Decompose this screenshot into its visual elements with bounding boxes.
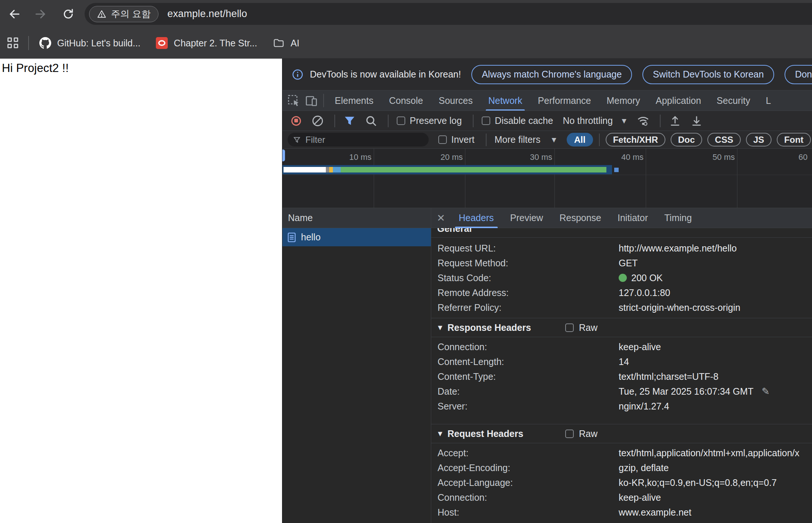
collapse-triangle-icon[interactable]: ▼ <box>436 430 444 438</box>
bookmark-chapter2[interactable]: Chapter 2. The Str... <box>156 37 257 49</box>
forward-button[interactable] <box>30 4 51 24</box>
general-row: Remote Address: 127.0.0.1:80 <box>431 285 812 300</box>
collapse-triangle-icon[interactable]: ▼ <box>436 323 444 332</box>
export-har-button[interactable] <box>690 115 703 127</box>
switch-korean-button[interactable]: Switch DevTools to Korean <box>642 65 774 84</box>
tab-performance[interactable]: Performance <box>530 91 599 111</box>
selection-handle[interactable] <box>282 149 285 161</box>
details-tabbar: ✕ Headers Preview Response Initiator Tim… <box>431 208 812 228</box>
toolbar-divider <box>660 115 661 127</box>
waterfall-bar[interactable] <box>282 165 612 174</box>
info-icon <box>292 69 303 80</box>
filter-input-funnel-icon <box>293 136 301 144</box>
import-har-button[interactable] <box>669 115 681 127</box>
tab-memory[interactable]: Memory <box>599 91 648 111</box>
gridline <box>374 149 374 208</box>
filter-divider <box>599 134 600 146</box>
filter-pill-doc[interactable]: Doc <box>671 133 702 147</box>
clear-button[interactable] <box>311 115 324 127</box>
more-filters-caret-icon[interactable]: ▼ <box>550 135 558 144</box>
details-tab-preview[interactable]: Preview <box>502 208 551 228</box>
search-icon <box>365 115 377 127</box>
match-language-button[interactable]: Always match Chrome's language <box>471 65 632 84</box>
row-label: Request URL: <box>431 243 619 254</box>
tab-security[interactable]: Security <box>709 91 758 111</box>
gridline <box>465 149 465 208</box>
row-value: GET <box>619 258 638 269</box>
more-filters-button[interactable]: More filters <box>495 134 541 145</box>
back-button[interactable] <box>4 4 24 24</box>
site-warning-badge[interactable]: 주의 요함 <box>89 6 158 22</box>
reload-button[interactable] <box>58 4 79 24</box>
request-raw-checkbox[interactable] <box>565 430 574 438</box>
row-value: nginx/1.27.4 <box>619 401 669 412</box>
waterfall-segment-request <box>333 167 341 172</box>
tab-console[interactable]: Console <box>381 91 431 111</box>
network-conditions-button[interactable] <box>637 115 649 127</box>
device-toolbar-button[interactable] <box>305 94 318 107</box>
tab-lighthouse-clipped[interactable]: L <box>758 91 779 111</box>
waterfall-segment-waiting <box>329 167 333 172</box>
web-page: Hi Project2 !! <box>0 59 282 523</box>
name-column-header[interactable]: Name <box>282 208 431 228</box>
request-headers-section-header[interactable]: ▼ Request Headers Raw <box>431 424 812 443</box>
filter-pill-fetchxhr[interactable]: Fetch/XHR <box>606 133 665 147</box>
row-value: strict-origin-when-cross-origin <box>619 302 740 313</box>
tab-application[interactable]: Application <box>648 91 709 111</box>
details-tab-initiator[interactable]: Initiator <box>609 208 656 228</box>
general-row: Request URL: http://www.example.net/hell… <box>431 241 812 256</box>
raw-label: Raw <box>579 322 597 333</box>
omnibox[interactable]: 주의 요함 example.net/hello <box>85 3 812 25</box>
response-headers-section-header[interactable]: ▼ Response Headers Raw <box>431 318 812 337</box>
bookmark-folder-ai[interactable]: AI <box>273 37 299 49</box>
filter-pill-font[interactable]: Font <box>777 133 811 147</box>
waterfall-segment-download <box>341 167 606 172</box>
close-details-button[interactable]: ✕ <box>431 212 451 224</box>
filter-pill-all[interactable]: All <box>567 133 593 147</box>
row-value: 127.0.0.1:80 <box>619 287 670 298</box>
devtools-notification: DevTools is now available in Korean! Alw… <box>282 59 812 91</box>
network-overview[interactable]: 10 ms 20 ms 30 ms 40 ms 50 ms 60 <box>282 149 812 208</box>
inspect-icon <box>287 94 300 107</box>
row-label: Content-Type: <box>431 371 619 382</box>
throttling-select[interactable]: No throttling <box>563 115 613 126</box>
filter-pill-css[interactable]: CSS <box>707 133 740 147</box>
request-row-hello[interactable]: hello <box>282 228 431 246</box>
row-value: www.example.net <box>619 507 691 518</box>
tab-network[interactable]: Network <box>481 91 530 111</box>
disable-cache-label: Disable cache <box>495 115 553 126</box>
details-tab-timing[interactable]: Timing <box>656 208 700 228</box>
filter-pill-js[interactable]: JS <box>746 133 772 147</box>
preserve-log-checkbox[interactable] <box>397 116 405 125</box>
bookmark-github[interactable]: GitHub: Let's build... <box>39 37 140 49</box>
invert-checkbox[interactable] <box>438 135 447 144</box>
response-raw-checkbox[interactable] <box>565 323 574 332</box>
throttling-caret-icon[interactable]: ▼ <box>620 116 628 125</box>
toolbar-divider <box>388 115 389 127</box>
row-value: http://www.example.net/hello <box>619 243 737 254</box>
section-title: Response Headers <box>448 322 531 333</box>
details-tab-response[interactable]: Response <box>551 208 609 228</box>
row-label: Accept-Encoding: <box>431 463 619 473</box>
network-filter-row: Filter Invert More filters ▼ All Fetch/X… <box>282 131 812 149</box>
details-tab-headers[interactable]: Headers <box>451 208 502 228</box>
overview-row-divider <box>282 175 812 175</box>
search-button[interactable] <box>365 115 377 127</box>
filter-toggle-button[interactable] <box>343 115 356 127</box>
bookmark-folder-ai-label: AI <box>291 38 299 49</box>
edit-header-icon[interactable]: ✎ <box>762 386 770 397</box>
row-label: Connection: <box>431 492 619 503</box>
record-button[interactable] <box>290 115 302 127</box>
github-icon <box>39 37 51 49</box>
apps-grid-icon[interactable] <box>7 37 19 49</box>
row-value: text/html,application/xhtml+xml,applicat… <box>619 448 799 458</box>
inspect-element-button[interactable] <box>287 94 300 107</box>
filter-input[interactable]: Filter <box>288 133 429 147</box>
row-value: ko-KR,ko;q=0.9,en-US;q=0.8,en;q=0.7 <box>619 477 777 488</box>
tab-elements[interactable]: Elements <box>327 91 381 111</box>
tab-sources[interactable]: Sources <box>431 91 481 111</box>
response-headers-rows: Connection:keep-alive Content-Length:14 … <box>431 337 812 414</box>
page-heading: Hi Project2 !! <box>2 62 282 75</box>
dont-show-again-button[interactable]: Don't show a <box>785 65 812 84</box>
disable-cache-checkbox[interactable] <box>482 116 490 125</box>
